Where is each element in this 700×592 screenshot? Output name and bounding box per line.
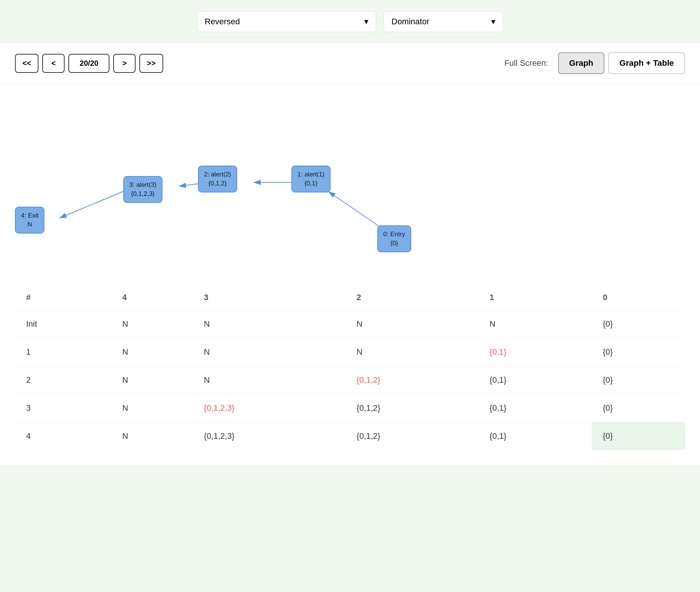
col-header-4: 4: [111, 285, 193, 310]
col-header-3: 3: [193, 285, 346, 310]
table-cell: N: [111, 422, 193, 450]
node-1-label: 1: alert(1): [297, 170, 325, 179]
row-label: 3: [15, 394, 111, 422]
graph-table-view-button[interactable]: Graph + Table: [608, 52, 685, 74]
node-2-alert[interactable]: 2: alert(2) {0,1,2}: [198, 166, 237, 192]
table-cell: {0}: [592, 366, 685, 394]
table-cell: N: [111, 310, 193, 338]
table-cell: N: [193, 338, 346, 366]
table-area: # 4 3 2 1 0 InitNNNN{0}1NNN{0,1}{0}2NN{0…: [0, 285, 700, 465]
table-cell: {0}: [592, 338, 685, 366]
table-cell: N: [478, 310, 592, 338]
table-row: 2NN{0,1,2}{0,1}{0}: [15, 366, 685, 394]
node-1-alert[interactable]: 1: alert(1) {0,1}: [291, 166, 331, 192]
graph-area: 0: Entry {0} 1: alert(1) {0,1} 2: alert(…: [0, 83, 700, 285]
col-header-hash: #: [15, 285, 111, 310]
first-page-button[interactable]: <<: [15, 54, 38, 73]
col-header-1: 1: [478, 285, 592, 310]
dominator-dropdown-label: Dominator: [391, 17, 429, 27]
node-0-set: {0}: [383, 239, 405, 248]
last-page-button[interactable]: >>: [139, 54, 163, 73]
main-content: << < 20/20 > >> Full Screen: Graph Graph…: [0, 43, 700, 465]
table-cell: {0,1}: [478, 394, 592, 422]
table-cell: {0,1,2,3}: [193, 422, 346, 450]
node-2-label: 2: alert(2): [204, 170, 231, 179]
node-2-set: {0,1,2}: [204, 179, 231, 188]
dominator-dropdown[interactable]: Dominator ▾: [384, 11, 503, 32]
graph-arrows: [0, 83, 700, 285]
row-label: 4: [15, 422, 111, 450]
table-row: 1NNN{0,1}{0}: [15, 338, 685, 366]
table-header-row: # 4 3 2 1 0: [15, 285, 685, 310]
top-bar: Reversed ▾ Dominator ▾: [0, 0, 700, 43]
table-cell: {0,1}: [478, 366, 592, 394]
col-header-2: 2: [346, 285, 478, 310]
row-label: 2: [15, 366, 111, 394]
table-cell: {0,1,2}: [346, 394, 478, 422]
table-row: 4N{0,1,2,3}{0,1,2}{0,1}{0}: [15, 422, 685, 450]
table-cell: {0,1}: [478, 422, 592, 450]
table-row: InitNNNN{0}: [15, 310, 685, 338]
table-cell: {0}: [592, 422, 685, 450]
node-4-label: 4: Exit: [21, 211, 38, 220]
next-page-button[interactable]: >: [113, 54, 136, 73]
node-4-set: N: [21, 220, 38, 229]
node-3-set: {0,1,2,3}: [129, 189, 157, 198]
reversed-dropdown[interactable]: Reversed ▾: [197, 11, 376, 32]
node-0-label: 0: Entry: [383, 230, 405, 239]
table-cell: N: [193, 310, 346, 338]
table-cell: {0,1,2}: [346, 366, 478, 394]
page-indicator: 20/20: [68, 54, 109, 73]
node-0-entry[interactable]: 0: Entry {0}: [377, 225, 411, 252]
table-cell: {0}: [592, 310, 685, 338]
table-row: 3N{0,1,2,3}{0,1,2}{0,1}{0}: [15, 394, 685, 422]
table-cell: N: [111, 338, 193, 366]
node-3-label: 3: alert(3): [129, 181, 157, 189]
node-1-set: {0,1}: [297, 179, 325, 188]
node-4-exit[interactable]: 4: Exit N: [15, 207, 44, 234]
prev-page-button[interactable]: <: [42, 54, 65, 73]
table-cell: {0,1,2,3}: [193, 394, 346, 422]
fullscreen-label: Full Screen:: [504, 58, 548, 68]
table-cell: N: [346, 310, 478, 338]
table-cell: {0}: [592, 394, 685, 422]
graph-view-button[interactable]: Graph: [558, 52, 605, 74]
row-label: Init: [15, 310, 111, 338]
node-3-alert[interactable]: 3: alert(3) {0,1,2,3}: [123, 176, 162, 203]
table-cell: N: [193, 366, 346, 394]
svg-line-4: [60, 190, 127, 218]
row-label: 1: [15, 338, 111, 366]
table-cell: N: [346, 338, 478, 366]
col-header-0: 0: [592, 285, 685, 310]
toolbar: << < 20/20 > >> Full Screen: Graph Graph…: [0, 43, 700, 83]
table-cell: N: [111, 394, 193, 422]
table-cell: {0,1}: [478, 338, 592, 366]
reversed-dropdown-label: Reversed: [205, 17, 240, 27]
table-cell: N: [111, 366, 193, 394]
data-table: # 4 3 2 1 0 InitNNNN{0}1NNN{0,1}{0}2NN{0…: [15, 285, 685, 450]
chevron-down-icon-2: ▾: [491, 17, 495, 27]
table-cell: {0,1,2}: [346, 422, 478, 450]
chevron-down-icon: ▾: [364, 17, 368, 27]
